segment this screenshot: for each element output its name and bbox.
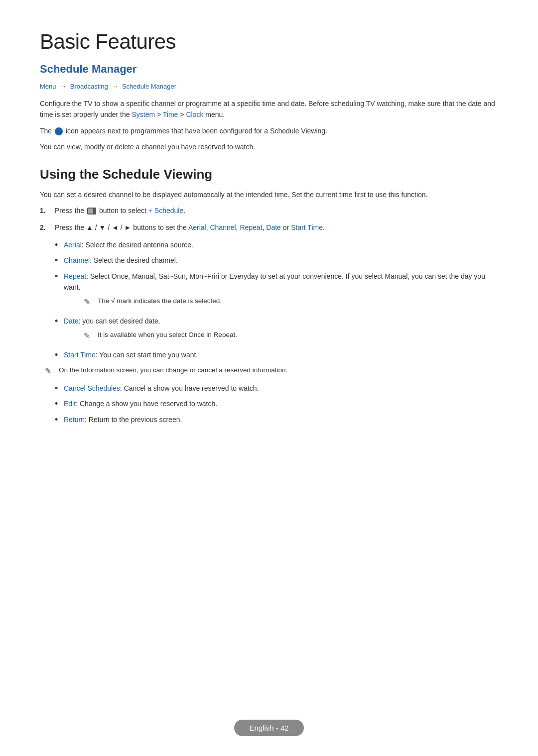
time-link[interactable]: Time	[163, 110, 178, 118]
step-2-content: Press the ▲ / ▼ / ◄ / ► buttons to set t…	[55, 222, 498, 233]
desc1-pre: Configure the TV to show a specific chan…	[40, 100, 495, 118]
system-link[interactable]: System	[132, 110, 155, 118]
page-footer: English - 42	[0, 720, 538, 736]
bullet-return: • Return: Return to the previous screen.	[55, 414, 498, 426]
breadcrumb-arrow2: →	[112, 83, 118, 90]
note-icon-date: ✎	[84, 329, 98, 342]
button-icon	[87, 208, 96, 215]
bullet-date: • Date: you can set desired date. ✎ It i…	[55, 316, 498, 345]
schedule-manager-title: Schedule Manager	[40, 63, 498, 76]
step-1: 1. Press the button to select + Schedule…	[40, 205, 498, 216]
return-text: : Return to the previous screen.	[85, 416, 182, 424]
breadcrumb-broadcasting[interactable]: Broadcasting	[70, 83, 108, 90]
channel-link[interactable]: Channel	[210, 223, 236, 231]
date-text: : you can set desired date.	[79, 317, 160, 325]
channel-bullet-link[interactable]: Channel	[64, 256, 90, 264]
repeat-note: ✎ The √ mark indicates the date is selec…	[84, 296, 498, 309]
repeat-note-text: The √ mark indicates the date is selecte…	[98, 296, 498, 307]
info-note: ✎ On the Information screen, you can cha…	[45, 365, 498, 378]
step2-period: .	[323, 223, 325, 231]
breadcrumb-schedule-manager[interactable]: Schedule Manager	[122, 83, 176, 90]
desc1-end: menu.	[203, 110, 225, 118]
desc2-post: icon appears next to programmes that hav…	[64, 127, 327, 135]
page-title: Basic Features	[40, 30, 498, 54]
breadcrumb-arrow1: →	[60, 83, 66, 90]
gt2: >	[178, 110, 186, 118]
date-note: ✎ It is available when you select Once i…	[84, 329, 498, 342]
using-schedule-intro: You can set a desired channel to be disp…	[40, 189, 498, 200]
schedule-link[interactable]: + Schedule	[148, 207, 183, 215]
edit-text: Change a show you have reserved to watch…	[78, 400, 217, 408]
repeat-bullet-link[interactable]: Repeat	[64, 272, 86, 280]
clock-link[interactable]: Clock	[186, 110, 203, 118]
step1-period: .	[183, 207, 185, 215]
bullet-repeat: • Repeat: Select Once, Manual, Sat~Sun, …	[55, 271, 498, 312]
starttime-link[interactable]: Start Time	[291, 223, 323, 231]
bullet-aerial: • Aerial: Select the desired antenna sou…	[55, 239, 498, 251]
description-3: You can view, modify or delete a channel…	[40, 141, 498, 152]
description-2: The icon appears next to programmes that…	[40, 125, 498, 136]
breadcrumb: Menu → Broadcasting → Schedule Manager	[40, 83, 498, 90]
step1-post: button to select	[97, 207, 148, 215]
info-note-icon: ✎	[45, 365, 59, 378]
step2-pre: Press the ▲ / ▼ / ◄ / ► buttons to set t…	[55, 223, 188, 231]
bullet-starttime: • Start Time: You can set start time you…	[55, 349, 498, 361]
step2-or: or	[281, 223, 291, 231]
bullet-channel: • Channel: Select the desired channel.	[55, 255, 498, 266]
step-2-number: 2.	[40, 222, 55, 233]
extra-bullets-list: • Cancel Schedules: Cancel a show you ha…	[55, 383, 498, 426]
bullet-edit: • Edit: Change a show you have reserved …	[55, 398, 498, 410]
step-2: 2. Press the ▲ / ▼ / ◄ / ► buttons to se…	[40, 222, 498, 233]
starttime-bullet-link[interactable]: Start Time	[64, 351, 96, 359]
description-1: Configure the TV to show a specific chan…	[40, 98, 498, 120]
bullet-cancel: • Cancel Schedules: Cancel a show you ha…	[55, 383, 498, 394]
aerial-text: : Select the desired antenna source.	[82, 241, 193, 249]
note-icon-repeat: ✎	[84, 296, 98, 309]
step1-pre: Press the	[55, 207, 86, 215]
step-1-number: 1.	[40, 205, 55, 216]
cancel-link[interactable]: Cancel Schedules	[64, 384, 120, 392]
info-note-text: On the Information screen, you can chang…	[59, 365, 498, 376]
repeat-text: : Select Once, Manual, Sat~Sun, Mon~Frir…	[64, 272, 485, 291]
return-link[interactable]: Return	[64, 416, 85, 424]
date-note-text: It is available when you select Once in …	[98, 329, 498, 340]
repeat-link[interactable]: Repeat	[240, 223, 262, 231]
date-bullet-link[interactable]: Date	[64, 317, 79, 325]
breadcrumb-menu[interactable]: Menu	[40, 83, 56, 90]
aerial-link[interactable]: Aerial	[188, 223, 206, 231]
date-link[interactable]: Date	[266, 223, 281, 231]
using-schedule-title: Using the Schedule Viewing	[40, 167, 498, 182]
gt1: >	[155, 110, 163, 118]
bullets-list: • Aerial: Select the desired antenna sou…	[55, 239, 498, 361]
desc2-pre: The	[40, 127, 54, 135]
starttime-text: : You can set start time you want.	[96, 351, 198, 359]
edit-link[interactable]: Edit:	[64, 400, 78, 408]
channel-text: : Select the desired channel.	[90, 256, 178, 264]
page-container: Basic Features Schedule Manager Menu → B…	[0, 0, 538, 479]
aerial-bullet-link[interactable]: Aerial	[64, 241, 82, 249]
page-number-badge: English - 42	[234, 720, 303, 736]
step-1-content: Press the button to select + Schedule.	[55, 205, 498, 216]
schedule-icon	[55, 127, 63, 135]
cancel-text: : Cancel a show you have reserved to wat…	[120, 384, 259, 392]
